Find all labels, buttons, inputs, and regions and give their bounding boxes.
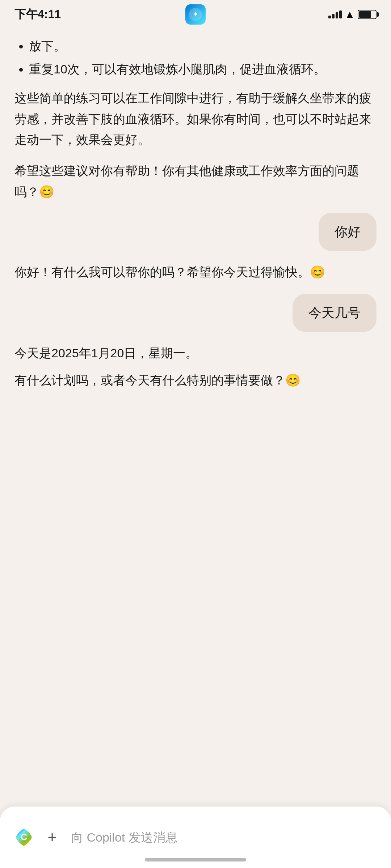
status-bar: 下午4:11 ✦ ▲	[0, 0, 391, 29]
bullet-item-1: 放下。	[29, 36, 377, 56]
bullet-list: 放下。 重复10次，可以有效地锻炼小腿肌肉，促进血液循环。	[14, 36, 377, 79]
app-icon: ✦	[185, 4, 206, 25]
status-time: 下午4:11	[14, 7, 61, 22]
user-message-1-wrapper: 你好	[14, 213, 377, 251]
signal-icon	[328, 10, 342, 18]
copilot-logo: C	[11, 824, 37, 850]
ai-reply-1: 你好！有什么我可以帮你的吗？希望你今天过得愉快。😊	[14, 262, 377, 283]
ai-partial-message: 放下。 重复10次，可以有效地锻炼小腿肌肉，促进血液循环。	[14, 36, 377, 79]
ai-reply-2-line2: 有什么计划吗，或者今天有什么特别的事情要做？😊	[14, 370, 377, 391]
ai-message-1: 这些简单的练习可以在工作间隙中进行，有助于缓解久坐带来的疲劳感，并改善下肢的血液…	[14, 88, 377, 150]
ai-reply-2-line1: 今天是2025年1月20日，星期一。	[14, 343, 377, 364]
user-bubble-2: 今天几号	[293, 294, 377, 332]
home-indicator	[145, 858, 246, 861]
user-bubble-1: 你好	[319, 213, 377, 251]
user-message-2-wrapper: 今天几号	[14, 294, 377, 332]
svg-text:C: C	[21, 831, 28, 842]
chat-area: 放下。 重复10次，可以有效地锻炼小腿肌肉，促进血液循环。 这些简单的练习可以在…	[0, 29, 391, 807]
status-icons: ▲	[328, 9, 377, 20]
plus-icon: +	[47, 828, 57, 846]
ai-reply-2-wrapper: 今天是2025年1月20日，星期一。 有什么计划吗，或者今天有什么特别的事情要做…	[14, 343, 377, 391]
bullet-item-2: 重复10次，可以有效地锻炼小腿肌肉，促进血液循环。	[29, 59, 377, 79]
message-input[interactable]: 向 Copilot 发送消息	[71, 828, 380, 847]
ai-reply-1-wrapper: 你好！有什么我可以帮你的吗？希望你今天过得愉快。😊	[14, 262, 377, 283]
battery-icon	[358, 10, 377, 19]
wifi-icon: ▲	[345, 9, 355, 20]
ai-message-2: 希望这些建议对你有帮助！你有其他健康或工作效率方面的问题吗？😊	[14, 161, 377, 203]
svg-text:✦: ✦	[193, 10, 199, 18]
add-button[interactable]: +	[41, 826, 64, 849]
